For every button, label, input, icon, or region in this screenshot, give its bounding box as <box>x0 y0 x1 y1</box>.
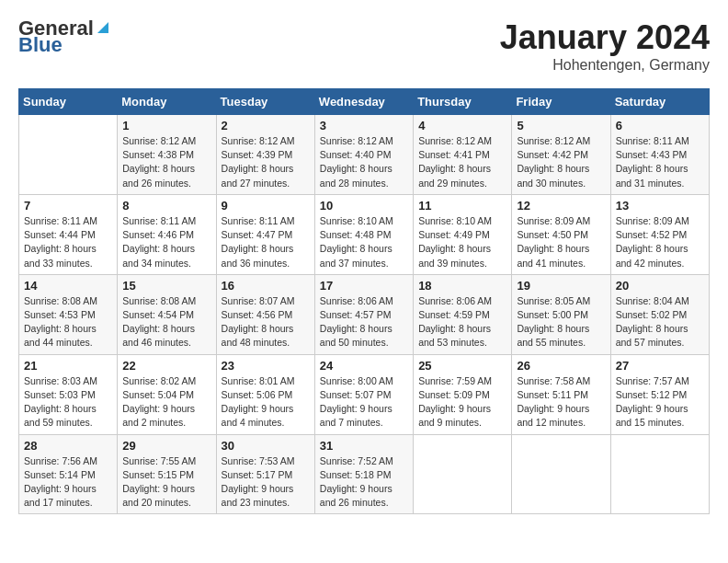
sunset-text: Sunset: 5:12 PM <box>616 388 704 402</box>
calendar-cell: 23Sunrise: 8:01 AMSunset: 5:06 PMDayligh… <box>216 354 314 434</box>
day-number: 16 <box>222 279 310 293</box>
daylight-text: Daylight: 8 hours and 55 minutes. <box>517 322 605 350</box>
daylight-text: Daylight: 8 hours and 36 minutes. <box>222 242 310 270</box>
sunrise-text: Sunrise: 8:03 AM <box>24 374 112 388</box>
sunset-text: Sunset: 4:47 PM <box>222 228 310 242</box>
daylight-text: Daylight: 8 hours and 50 minutes. <box>320 322 408 350</box>
day-info: Sunrise: 7:55 AMSunset: 5:15 PMDaylight:… <box>122 454 210 511</box>
sunrise-text: Sunrise: 8:12 AM <box>122 134 210 148</box>
sunrise-text: Sunrise: 8:08 AM <box>122 294 210 308</box>
sunrise-text: Sunrise: 8:04 AM <box>616 294 704 308</box>
day-info: Sunrise: 7:57 AMSunset: 5:12 PMDaylight:… <box>616 374 704 431</box>
calendar-cell: 12Sunrise: 8:09 AMSunset: 4:50 PMDayligh… <box>512 194 610 274</box>
sunrise-text: Sunrise: 8:12 AM <box>320 134 408 148</box>
day-info: Sunrise: 8:10 AMSunset: 4:48 PMDaylight:… <box>320 214 408 270</box>
calendar-cell <box>610 434 709 514</box>
day-info: Sunrise: 8:06 AMSunset: 4:59 PMDaylight:… <box>418 294 506 350</box>
sunrise-text: Sunrise: 8:11 AM <box>222 214 310 228</box>
sunset-text: Sunset: 5:06 PM <box>222 388 310 402</box>
sunrise-text: Sunrise: 8:10 AM <box>320 214 408 228</box>
daylight-text: Daylight: 8 hours and 28 minutes. <box>320 162 408 190</box>
calendar-cell: 17Sunrise: 8:06 AMSunset: 4:57 PMDayligh… <box>314 274 413 354</box>
day-info: Sunrise: 8:00 AMSunset: 5:07 PMDaylight:… <box>320 374 408 431</box>
sunset-text: Sunset: 5:04 PM <box>122 388 210 402</box>
sunrise-text: Sunrise: 8:09 AM <box>517 214 605 228</box>
day-info: Sunrise: 8:08 AMSunset: 4:54 PMDaylight:… <box>122 294 210 350</box>
day-info: Sunrise: 8:03 AMSunset: 5:03 PMDaylight:… <box>24 374 112 431</box>
calendar-cell: 10Sunrise: 8:10 AMSunset: 4:48 PMDayligh… <box>314 194 413 274</box>
day-info: Sunrise: 8:12 AMSunset: 4:39 PMDaylight:… <box>222 134 310 190</box>
day-info: Sunrise: 8:12 AMSunset: 4:40 PMDaylight:… <box>320 134 408 190</box>
daylight-text: Daylight: 9 hours and 9 minutes. <box>418 402 506 430</box>
sunrise-text: Sunrise: 8:07 AM <box>222 294 310 308</box>
day-info: Sunrise: 8:02 AMSunset: 5:04 PMDaylight:… <box>122 374 210 431</box>
sunset-text: Sunset: 4:42 PM <box>517 148 605 162</box>
week-row-0: 1Sunrise: 8:12 AMSunset: 4:38 PMDaylight… <box>19 115 710 195</box>
sunset-text: Sunset: 4:54 PM <box>122 308 210 322</box>
sunrise-text: Sunrise: 8:12 AM <box>222 134 310 148</box>
day-info: Sunrise: 7:56 AMSunset: 5:14 PMDaylight:… <box>24 454 112 511</box>
logo-icon <box>96 20 110 35</box>
day-number: 25 <box>418 359 506 373</box>
calendar-cell: 18Sunrise: 8:06 AMSunset: 4:59 PMDayligh… <box>414 274 512 354</box>
sunrise-text: Sunrise: 7:57 AM <box>616 374 704 388</box>
location: Hohentengen, Germany <box>500 57 710 74</box>
sunset-text: Sunset: 4:44 PM <box>24 228 112 242</box>
day-number: 29 <box>122 439 210 453</box>
sunset-text: Sunset: 4:39 PM <box>222 148 310 162</box>
sunset-text: Sunset: 4:59 PM <box>418 308 506 322</box>
day-info: Sunrise: 8:07 AMSunset: 4:56 PMDaylight:… <box>222 294 310 350</box>
daylight-text: Daylight: 8 hours and 34 minutes. <box>122 242 210 270</box>
day-info: Sunrise: 8:12 AMSunset: 4:38 PMDaylight:… <box>122 134 210 190</box>
sunset-text: Sunset: 4:52 PM <box>616 228 704 242</box>
sunrise-text: Sunrise: 7:53 AM <box>222 454 310 468</box>
sunset-text: Sunset: 4:40 PM <box>320 148 408 162</box>
sunset-text: Sunset: 4:56 PM <box>222 308 310 322</box>
sunrise-text: Sunrise: 8:00 AM <box>320 374 408 388</box>
day-number: 20 <box>616 279 704 293</box>
day-info: Sunrise: 8:09 AMSunset: 4:52 PMDaylight:… <box>616 214 704 270</box>
day-info: Sunrise: 7:52 AMSunset: 5:18 PMDaylight:… <box>320 454 408 511</box>
sunset-text: Sunset: 4:43 PM <box>616 148 704 162</box>
sunrise-text: Sunrise: 8:10 AM <box>418 214 506 228</box>
sunrise-text: Sunrise: 8:12 AM <box>517 134 605 148</box>
daylight-text: Daylight: 8 hours and 46 minutes. <box>122 322 210 350</box>
day-number: 24 <box>320 359 408 373</box>
sunrise-text: Sunrise: 7:55 AM <box>122 454 210 468</box>
day-number: 28 <box>24 439 112 453</box>
calendar-cell: 15Sunrise: 8:08 AMSunset: 4:54 PMDayligh… <box>118 274 216 354</box>
daylight-text: Daylight: 8 hours and 30 minutes. <box>517 162 605 190</box>
sunrise-text: Sunrise: 8:05 AM <box>517 294 605 308</box>
sunset-text: Sunset: 5:02 PM <box>616 308 704 322</box>
sunrise-text: Sunrise: 8:11 AM <box>122 214 210 228</box>
sunset-text: Sunset: 4:57 PM <box>320 308 408 322</box>
calendar-cell <box>414 434 512 514</box>
daylight-text: Daylight: 8 hours and 41 minutes. <box>517 242 605 270</box>
week-row-4: 28Sunrise: 7:56 AMSunset: 5:14 PMDayligh… <box>19 434 710 514</box>
sunrise-text: Sunrise: 8:01 AM <box>222 374 310 388</box>
calendar-cell: 13Sunrise: 8:09 AMSunset: 4:52 PMDayligh… <box>610 194 709 274</box>
day-number: 19 <box>517 279 605 293</box>
calendar-cell <box>19 115 118 195</box>
calendar-cell: 16Sunrise: 8:07 AMSunset: 4:56 PMDayligh… <box>216 274 314 354</box>
logo-blue-text: Blue <box>18 35 110 55</box>
sunrise-text: Sunrise: 8:12 AM <box>418 134 506 148</box>
calendar-cell: 25Sunrise: 7:59 AMSunset: 5:09 PMDayligh… <box>414 354 512 434</box>
daylight-text: Daylight: 9 hours and 26 minutes. <box>320 482 408 510</box>
sunrise-text: Sunrise: 8:11 AM <box>24 214 112 228</box>
daylight-text: Daylight: 9 hours and 12 minutes. <box>517 402 605 430</box>
calendar-cell: 24Sunrise: 8:00 AMSunset: 5:07 PMDayligh… <box>314 354 413 434</box>
calendar-cell: 6Sunrise: 8:11 AMSunset: 4:43 PMDaylight… <box>610 115 709 195</box>
title-section: January 2024 Hohentengen, Germany <box>500 18 710 74</box>
sunrise-text: Sunrise: 8:06 AM <box>418 294 506 308</box>
sunrise-text: Sunrise: 8:08 AM <box>24 294 112 308</box>
day-info: Sunrise: 8:05 AMSunset: 5:00 PMDaylight:… <box>517 294 605 350</box>
sunset-text: Sunset: 5:18 PM <box>320 468 408 482</box>
page-header: General Blue January 2024 Hohentengen, G… <box>18 18 710 74</box>
month-title: January 2024 <box>500 18 710 57</box>
day-number: 1 <box>122 119 210 132</box>
week-row-1: 7Sunrise: 8:11 AMSunset: 4:44 PMDaylight… <box>19 194 710 274</box>
sunset-text: Sunset: 5:14 PM <box>24 468 112 482</box>
calendar-cell <box>512 434 610 514</box>
calendar-cell: 19Sunrise: 8:05 AMSunset: 5:00 PMDayligh… <box>512 274 610 354</box>
